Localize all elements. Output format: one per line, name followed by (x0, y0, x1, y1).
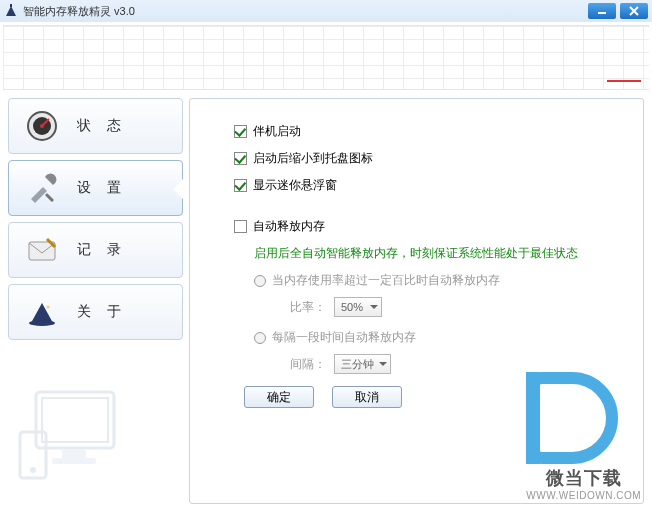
ok-button[interactable]: 确定 (244, 386, 314, 408)
tab-label: 记 录 (77, 241, 127, 259)
ratio-label: 比率： (290, 299, 326, 316)
label-by-usage: 当内存使用率超过一定百比时自动释放内存 (272, 272, 500, 289)
tab-label: 状 态 (77, 117, 127, 135)
svg-rect-12 (52, 458, 96, 464)
label-start-with-system: 伴机启动 (253, 123, 301, 140)
svg-point-14 (30, 467, 36, 473)
titlebar: 智能内存释放精灵 v3.0 (0, 0, 652, 22)
svg-rect-5 (45, 193, 54, 202)
window-title: 智能内存释放精灵 v3.0 (23, 4, 135, 19)
svg-point-8 (47, 306, 50, 309)
tab-settings[interactable]: 设 置 (8, 160, 183, 216)
interval-select[interactable]: 三分钟 (334, 354, 391, 374)
ratio-select[interactable]: 50% (334, 297, 382, 317)
watermark-url: WWW.WEIDOWN.COM (526, 490, 641, 501)
gauge-icon (25, 109, 59, 143)
wizard-icon (25, 295, 59, 329)
tab-label: 关 于 (77, 303, 127, 321)
checkbox-auto-release[interactable] (234, 220, 247, 233)
settings-panel: 伴机启动 启动后缩小到托盘图标 显示迷你悬浮窗 自动释放内存 启用后全自动智能释… (189, 98, 644, 504)
tools-icon (25, 171, 59, 205)
cancel-button[interactable]: 取消 (332, 386, 402, 408)
graph-marker (607, 77, 641, 82)
radio-by-interval[interactable] (254, 332, 266, 344)
svg-rect-0 (10, 4, 12, 7)
label-float-window: 显示迷你悬浮窗 (253, 177, 337, 194)
computer-illustration (18, 374, 138, 494)
svg-point-7 (29, 320, 55, 326)
envelope-icon (25, 233, 59, 267)
checkbox-float-window[interactable] (234, 179, 247, 192)
label-by-interval: 每隔一段时间自动释放内存 (272, 329, 416, 346)
label-minimize-to-tray: 启动后缩小到托盘图标 (253, 150, 373, 167)
tab-about[interactable]: 关 于 (8, 284, 183, 340)
label-auto-release: 自动释放内存 (253, 218, 325, 235)
close-button[interactable] (620, 3, 648, 19)
tab-label: 设 置 (77, 179, 127, 197)
memory-graph (3, 25, 649, 90)
app-icon (4, 4, 18, 18)
radio-by-usage[interactable] (254, 275, 266, 287)
watermark-text: 微当下载 (526, 466, 641, 490)
svg-rect-10 (42, 398, 108, 442)
interval-label: 间隔： (290, 356, 326, 373)
svg-point-4 (40, 124, 44, 128)
minimize-button[interactable] (588, 3, 616, 19)
tab-status[interactable]: 状 态 (8, 98, 183, 154)
checkbox-minimize-to-tray[interactable] (234, 152, 247, 165)
auto-release-description: 启用后全自动智能释放内存，时刻保证系统性能处于最佳状态 (254, 245, 633, 262)
svg-rect-9 (36, 392, 114, 448)
sidebar: 状 态 设 置 记 录 关 于 (8, 98, 183, 504)
svg-rect-11 (62, 450, 86, 458)
tab-log[interactable]: 记 录 (8, 222, 183, 278)
checkbox-start-with-system[interactable] (234, 125, 247, 138)
svg-rect-1 (598, 12, 606, 14)
